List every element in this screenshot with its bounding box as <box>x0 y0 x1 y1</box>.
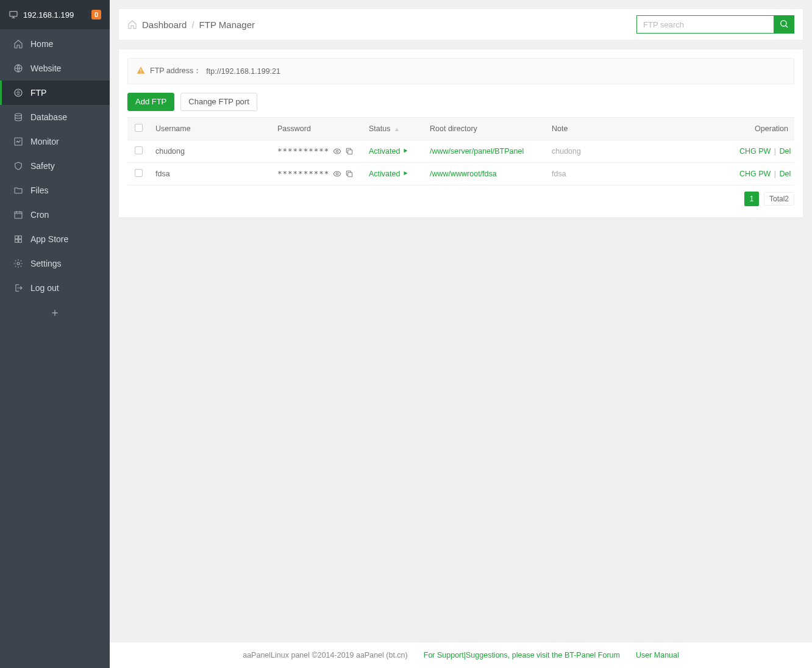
ftp-icon <box>13 88 23 98</box>
pagination: 1 Total2 <box>127 185 794 209</box>
sidebar-item-label: Safety <box>30 161 55 171</box>
svg-point-11 <box>781 20 786 26</box>
col-header-root: Root directory <box>424 117 546 140</box>
col-header-status-label: Status <box>369 124 390 133</box>
search-icon <box>779 19 789 31</box>
col-header-operation: Operation <box>733 117 794 140</box>
row-checkbox[interactable] <box>135 146 143 154</box>
svg-rect-15 <box>348 149 352 154</box>
sidebar-item-appstore[interactable]: App Store <box>0 227 110 251</box>
sidebar-add-button[interactable]: ＋ <box>0 300 110 325</box>
svg-rect-0 <box>10 12 17 16</box>
cell-username: fdsa <box>149 162 271 185</box>
sidebar-item-label: Log out <box>30 283 59 293</box>
sidebar-item-safety[interactable]: Safety <box>0 154 110 178</box>
play-icon <box>402 170 408 178</box>
eye-icon[interactable] <box>333 170 341 178</box>
sidebar-item-label: FTP <box>30 88 46 98</box>
sidebar-item-files[interactable]: Files <box>0 178 110 203</box>
sort-asc-icon: ▲ <box>394 126 400 132</box>
sidebar-item-settings[interactable]: Settings <box>0 251 110 276</box>
svg-rect-8 <box>15 240 18 243</box>
home-outline-icon <box>127 20 137 29</box>
sidebar-item-label: Cron <box>30 210 49 220</box>
svg-point-3 <box>15 113 22 116</box>
root-directory-link[interactable]: /www/server/panel/BTPanel <box>430 147 524 156</box>
eye-icon[interactable] <box>333 147 341 156</box>
sidebar-item-label: Files <box>30 185 49 195</box>
logout-icon <box>13 283 23 293</box>
ftp-address-value: ftp://192.168.1.199:21 <box>206 67 280 76</box>
copy-icon[interactable] <box>345 170 354 178</box>
sidebar-item-monitor[interactable]: Monitor <box>0 129 110 154</box>
delete-link[interactable]: Del <box>780 170 791 178</box>
ftp-table: Username Password Status ▲ Root director… <box>127 117 794 185</box>
notification-badge[interactable]: 0 <box>91 10 101 20</box>
col-header-status[interactable]: Status ▲ <box>363 117 424 140</box>
globe-icon <box>13 63 23 73</box>
sidebar-item-website[interactable]: Website <box>0 56 110 81</box>
col-header-note: Note <box>546 117 733 140</box>
folder-icon <box>13 185 23 195</box>
footer-copyright: aaPanelLinux panel ©2014-2019 aaPanel (b… <box>243 651 408 659</box>
breadcrumb-separator: / <box>191 20 194 30</box>
plus-icon: ＋ <box>49 305 60 320</box>
home-icon <box>13 39 23 49</box>
footer: aaPanelLinux panel ©2014-2019 aaPanel (b… <box>110 642 812 668</box>
password-mask: ********** <box>277 146 329 156</box>
svg-rect-7 <box>19 236 22 239</box>
copy-icon[interactable] <box>345 147 354 156</box>
svg-rect-5 <box>15 212 22 218</box>
table-row: fdsa ********** <box>127 162 794 185</box>
gear-icon <box>13 259 23 268</box>
select-all-checkbox[interactable] <box>135 124 143 132</box>
sidebar-item-label: Database <box>30 112 67 122</box>
add-ftp-button[interactable]: Add FTP <box>127 93 174 111</box>
chart-icon <box>13 137 23 146</box>
status-label[interactable]: Activated <box>369 170 400 178</box>
breadcrumb-dashboard-link[interactable]: Dashboard <box>142 20 187 30</box>
cell-note[interactable]: fdsa <box>552 170 566 178</box>
change-ftp-port-button[interactable]: Change FTP port <box>180 93 257 111</box>
password-mask: ********** <box>277 169 329 178</box>
svg-rect-9 <box>19 240 22 243</box>
sidebar-item-label: Settings <box>30 259 62 268</box>
svg-point-16 <box>337 173 339 175</box>
warning-icon <box>137 66 145 76</box>
root-directory-link[interactable]: /www/wwwroot/fdsa <box>430 170 497 178</box>
sidebar-item-home[interactable]: Home <box>0 32 110 56</box>
change-password-link[interactable]: CHG PW <box>739 170 771 178</box>
shield-icon <box>13 161 23 171</box>
calendar-icon <box>13 210 23 220</box>
cell-username: chudong <box>149 140 271 162</box>
search-input[interactable] <box>636 15 774 34</box>
ftp-address-label: FTP address： <box>150 66 201 76</box>
main: Dashboard / FTP Manager <box>110 0 812 668</box>
col-header-username[interactable]: Username <box>149 117 271 140</box>
sidebar: 192.168.1.199 0 Home Website FTP Databas… <box>0 0 110 668</box>
col-header-password: Password <box>271 117 363 140</box>
sidebar-item-label: Website <box>30 63 61 73</box>
sidebar-item-ftp[interactable]: FTP <box>0 81 110 105</box>
ftp-address-notice: FTP address： ftp://192.168.1.199:21 <box>127 58 794 84</box>
delete-link[interactable]: Del <box>780 147 791 156</box>
server-ip: 192.168.1.199 <box>23 10 74 20</box>
search-box <box>636 15 794 34</box>
monitor-icon <box>9 10 18 20</box>
change-password-link[interactable]: CHG PW <box>739 147 771 156</box>
grid-icon <box>13 234 23 244</box>
sidebar-header: 192.168.1.199 0 <box>0 0 110 29</box>
breadcrumb-current: FTP Manager <box>199 20 255 30</box>
sidebar-item-database[interactable]: Database <box>0 105 110 129</box>
status-label[interactable]: Activated <box>369 147 400 156</box>
sidebar-item-logout[interactable]: Log out <box>0 276 110 300</box>
cell-note[interactable]: chudong <box>552 147 581 156</box>
footer-manual-link[interactable]: User Manual <box>636 651 679 659</box>
page-current[interactable]: 1 <box>744 192 759 206</box>
row-checkbox[interactable] <box>135 169 143 177</box>
sidebar-item-cron[interactable]: Cron <box>0 203 110 227</box>
sidebar-nav: Home Website FTP Database Monitor Safety <box>0 29 110 300</box>
search-button[interactable] <box>774 15 794 34</box>
svg-rect-17 <box>348 172 352 176</box>
footer-support-link[interactable]: For Support|Suggestions, please visit th… <box>424 651 620 659</box>
